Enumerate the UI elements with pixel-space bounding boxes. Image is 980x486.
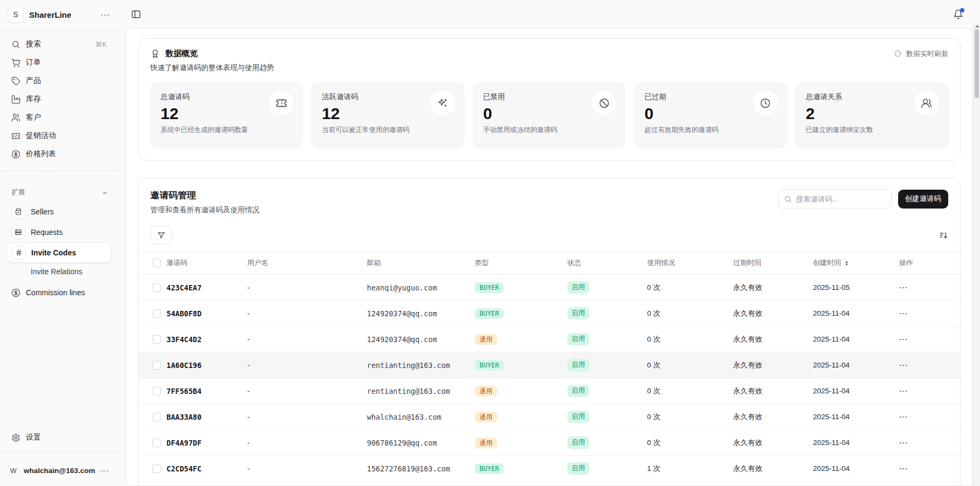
email-cell: 15627276819@163.com — [367, 464, 475, 473]
sidebar-item-pricelists[interactable]: 价格列表 — [6, 145, 112, 163]
scrollbar-thumb[interactable] — [975, 29, 979, 98]
table-row[interactable]: BAA33A80 - whalchain@163.com 通用 启用 0 次 永… — [138, 404, 960, 430]
row-actions-button[interactable]: ··· — [899, 387, 960, 395]
divider — [0, 30, 118, 31]
sidebar-item-search[interactable]: 搜索 ⌘K — [6, 35, 112, 53]
created-date-cell: 2025-11-04 — [813, 439, 899, 447]
row-checkbox[interactable] — [152, 361, 161, 370]
column-header-expiry[interactable]: 过期时间 — [733, 258, 761, 268]
column-header-type[interactable]: 类型 — [475, 258, 489, 268]
search-shortcut: ⌘K — [95, 40, 107, 48]
column-header-username[interactable]: 用户名 — [247, 258, 268, 268]
content-panel: 数据概览 数据实时刷新 快速了解邀请码的整体表现与使用趋势 总邀请码 12 系统… — [126, 28, 973, 486]
sidebar-item-commission-lines[interactable]: Commission lines — [6, 283, 112, 302]
refresh-label: 数据实时刷新 — [906, 49, 948, 59]
sidebar-item-orders[interactable]: 订单 — [6, 53, 112, 72]
sidebar-toggle-button[interactable] — [131, 9, 141, 19]
chevrons-up-down-icon[interactable] — [843, 260, 850, 267]
row-actions-button[interactable]: ··· — [899, 361, 960, 369]
ticket-percent-icon — [11, 131, 20, 141]
sidebar-item-invite-codes[interactable]: Invite Codes — [6, 242, 112, 263]
invite-code-cell: C2CD54FC — [166, 464, 247, 473]
brand-logo: S — [8, 6, 24, 23]
brand-menu-button[interactable]: ··· — [101, 11, 111, 19]
expiry-cell: 永久有效 — [733, 464, 813, 474]
sidebar-item-label: Sellers — [31, 207, 107, 216]
user-menu-button[interactable]: ··· — [100, 467, 110, 475]
cart-icon — [11, 58, 20, 67]
row-actions-button[interactable]: ··· — [899, 309, 960, 317]
row-actions-button[interactable]: ··· — [899, 439, 960, 447]
type-badge: 通用 — [475, 386, 497, 397]
type-badge: BUYER — [475, 463, 504, 474]
row-checkbox[interactable] — [152, 335, 161, 344]
sidebar-item-label: Invite Relations — [31, 267, 107, 276]
table-row[interactable]: DF4A97DF - 906786129@qq.com 通用 启用 0 次 永久… — [138, 430, 960, 456]
app-root: S SharerLine ··· 搜索 ⌘K 订单 产品 库存 — [0, 0, 980, 486]
column-header-created[interactable]: 创建时间 — [813, 258, 841, 268]
sidebar-item-customers[interactable]: 客户 — [6, 108, 112, 127]
stat-card-total-relations: 总邀请关系 2 已建立的邀请绑定次数 — [796, 82, 948, 148]
expiry-cell: 永久有效 — [733, 283, 813, 293]
filter-button[interactable] — [150, 226, 172, 245]
funnel-icon — [157, 231, 165, 239]
brand-name: SharerLine — [29, 10, 96, 19]
column-header-code[interactable]: 邀请码 — [166, 258, 187, 268]
type-badge: BUYER — [475, 360, 504, 371]
type-badge: 通用 — [475, 334, 497, 345]
usage-cell: 1 次 — [647, 464, 733, 474]
row-checkbox[interactable] — [152, 387, 161, 395]
row-actions-button[interactable]: ··· — [899, 464, 960, 473]
row-checkbox[interactable] — [152, 464, 161, 473]
row-checkbox[interactable] — [152, 283, 161, 292]
row-actions-button[interactable]: ··· — [899, 335, 960, 343]
sidebar-item-settings[interactable]: 设置 — [6, 428, 112, 447]
scrollbar-up-arrow[interactable] — [975, 25, 979, 27]
table-row[interactable]: 33F4C4D2 - 124920374@qq.com 通用 启用 0 次 永久… — [138, 327, 960, 352]
invite-codes-section: 邀请码管理 管理和查看所有邀请码及使用情况 创建邀请码 — [138, 178, 961, 486]
user-account-row[interactable]: W whalchain@163.com ··· — [0, 457, 118, 481]
overview-subtitle: 快速了解邀请码的整体表现与使用趋势 — [150, 63, 948, 73]
column-header-status[interactable]: 状态 — [567, 258, 581, 268]
collapse-section-button[interactable]: − — [102, 189, 107, 197]
vertical-scrollbar[interactable] — [973, 24, 980, 486]
table-row[interactable]: 423C4EA7 - heanqi@yuguo.com BUYER 启用 0 次… — [138, 275, 960, 301]
table-row[interactable]: 6AE39C96 深圳市美之星信息科技有限公司 dagw1202@outlook… — [138, 482, 960, 486]
sidebar-item-label: 促销活动 — [26, 131, 107, 141]
notifications-button[interactable] — [953, 9, 963, 19]
sidebar-header: S SharerLine ··· — [0, 0, 118, 29]
row-checkbox[interactable] — [152, 309, 161, 318]
sidebar-item-requests[interactable]: Requests — [6, 222, 112, 242]
sidebar-nav: 搜索 ⌘K 订单 产品 库存 客户 促销活动 — [0, 35, 118, 163]
sidebar-item-invite-relations[interactable]: Invite Relations — [6, 263, 112, 280]
invite-code-cell: 423C4EA7 — [166, 283, 247, 292]
email-cell: rentianting@163.com — [367, 361, 475, 370]
row-checkbox[interactable] — [152, 439, 161, 447]
row-actions-button[interactable]: ··· — [899, 413, 960, 421]
create-invite-code-button[interactable]: 创建邀请码 — [898, 190, 949, 209]
select-all-checkbox[interactable] — [152, 259, 161, 267]
sidebar-item-sellers[interactable]: Sellers — [6, 202, 112, 222]
sidebar-item-products[interactable]: 产品 — [6, 72, 112, 90]
column-header-usage[interactable]: 使用情况 — [647, 258, 675, 268]
invite-search-input[interactable] — [796, 195, 886, 203]
table-row[interactable]: 7FF565B4 - rentianting@163.com 通用 启用 0 次… — [138, 378, 960, 404]
type-badge: BUYER — [475, 282, 504, 293]
row-actions-button[interactable]: ··· — [899, 283, 960, 291]
sidebar-item-label: Invite Codes — [31, 248, 106, 257]
table-row[interactable]: 54AB0F8D - 124920374@qq.com BUYER 启用 0 次… — [138, 301, 960, 327]
row-checkbox[interactable] — [152, 413, 161, 421]
table-body: 423C4EA7 - heanqi@yuguo.com BUYER 启用 0 次… — [138, 275, 960, 486]
sidebar-item-inventory[interactable]: 库存 — [6, 90, 112, 108]
invite-code-cell: 1A60C196 — [166, 361, 247, 370]
stat-desc: 手动禁用或冻结的邀请码 — [483, 126, 615, 135]
table-row[interactable]: 1A60C196 - rentianting@163.com BUYER 启用 … — [138, 352, 960, 378]
created-date-cell: 2025-11-04 — [813, 387, 899, 395]
username-cell: - — [247, 439, 367, 447]
column-header-email[interactable]: 邮箱 — [367, 258, 381, 268]
invite-section-title: 邀请码管理 — [150, 189, 260, 202]
table-row[interactable]: C2CD54FC - 15627276819@163.com BUYER 启用 … — [138, 456, 960, 482]
sidebar-item-promotions[interactable]: 促销活动 — [6, 127, 112, 145]
email-cell: whalchain@163.com — [367, 413, 475, 421]
sort-order-button[interactable] — [939, 231, 948, 240]
